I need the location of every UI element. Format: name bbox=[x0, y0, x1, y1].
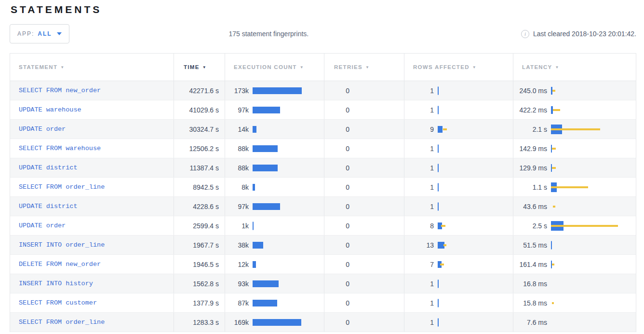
table-row: UPDATE district 11387.4 s 88k 0 1 129.9 … bbox=[10, 158, 636, 178]
retries-bar bbox=[353, 201, 404, 212]
latency-cell: 245.0 ms bbox=[513, 81, 636, 100]
latency-cell: 7.6 ms bbox=[513, 313, 636, 332]
mean-bar bbox=[438, 279, 439, 288]
latency-bar bbox=[551, 297, 636, 309]
stddev-bar bbox=[553, 206, 555, 208]
mean-bar bbox=[253, 184, 255, 191]
latency-bar bbox=[551, 220, 636, 232]
latency-bar bbox=[551, 239, 636, 251]
rows-affected-cell: 1 bbox=[404, 158, 513, 177]
execution-count-cell: 93k bbox=[225, 274, 324, 293]
retries-bar bbox=[353, 85, 404, 97]
execution-count-cell: 169k bbox=[225, 313, 324, 332]
latency-cell: 422.2 ms bbox=[513, 100, 636, 119]
execution-count-bar bbox=[253, 181, 324, 193]
mean-bar bbox=[438, 86, 439, 95]
statement-link[interactable]: INSERT INTO history bbox=[19, 280, 93, 287]
fingerprint-summary: 175 statement fingerprints. bbox=[43, 30, 495, 38]
statement-link[interactable]: INSERT INTO order_line bbox=[19, 241, 105, 249]
retries-cell: 0 bbox=[324, 255, 404, 274]
mean-bar bbox=[438, 183, 439, 191]
latency-cell: 161.4 ms bbox=[513, 255, 636, 274]
execution-count-bar bbox=[253, 85, 324, 97]
rows-affected-bar bbox=[438, 297, 513, 309]
stddev-bar bbox=[552, 167, 556, 169]
mean-bar bbox=[438, 299, 439, 307]
retries-cell: 0 bbox=[324, 236, 404, 254]
table-row: SELECT FROM order_line 8942.5 s 8k 0 1 1… bbox=[10, 178, 636, 197]
mean-bar bbox=[438, 318, 439, 326]
execution-count-bar bbox=[253, 297, 324, 309]
sort-arrow-icon: ▼ bbox=[555, 65, 560, 70]
retries-cell: 0 bbox=[324, 313, 404, 332]
rows-affected-bar bbox=[438, 104, 513, 116]
statement-link[interactable]: SELECT FROM new_order bbox=[19, 87, 101, 94]
execution-count-cell: 88k bbox=[225, 139, 324, 158]
column-header-time[interactable]: TIME ▼ bbox=[174, 54, 225, 81]
rows-affected-cell: 1 bbox=[404, 81, 513, 100]
time-cell: 1967.7 s bbox=[174, 236, 225, 254]
execution-count-cell: 38k bbox=[225, 236, 324, 254]
statement-link[interactable]: UPDATE warehouse bbox=[19, 106, 81, 113]
table-row: INSERT INTO order_line 1967.7 s 38k 0 13… bbox=[10, 236, 636, 255]
app-filter-label: APP: bbox=[17, 30, 34, 37]
rows-affected-bar bbox=[438, 259, 513, 270]
statement-link[interactable]: UPDATE district bbox=[19, 203, 78, 210]
latency-cell: 43.6 ms bbox=[513, 197, 636, 216]
stddev-bar bbox=[441, 225, 445, 227]
execution-count-bar bbox=[253, 162, 324, 174]
statement-link[interactable]: UPDATE order bbox=[19, 222, 66, 229]
statement-link[interactable]: UPDATE order bbox=[19, 125, 66, 133]
time-cell: 1946.5 s bbox=[174, 255, 225, 274]
stddev-bar bbox=[551, 186, 588, 188]
retries-cell: 0 bbox=[324, 120, 404, 139]
statement-link[interactable]: SELECT FROM customer bbox=[19, 299, 97, 306]
stddev-bar bbox=[553, 109, 560, 111]
column-header-latency[interactable]: LATENCY ▼ bbox=[513, 54, 636, 81]
mean-bar bbox=[438, 202, 439, 210]
statement-link[interactable]: SELECT FROM warehouse bbox=[19, 145, 101, 152]
statement-link[interactable]: SELECT FROM order_line bbox=[19, 319, 105, 326]
info-icon[interactable]: i bbox=[521, 30, 529, 38]
mean-bar bbox=[253, 280, 279, 287]
execution-count-cell: 173k bbox=[225, 81, 324, 100]
retries-bar bbox=[353, 220, 404, 232]
last-cleared-text: Last cleared 2018-10-23 20:01:42. bbox=[533, 30, 636, 38]
stddev-bar bbox=[551, 225, 618, 227]
rows-affected-bar bbox=[438, 220, 513, 232]
time-cell: 2599.4 s bbox=[174, 216, 225, 235]
mean-bar bbox=[438, 106, 439, 114]
rows-affected-cell: 8 bbox=[404, 216, 513, 235]
time-cell: 11387.4 s bbox=[174, 158, 225, 177]
execution-count-cell: 88k bbox=[225, 158, 324, 177]
time-cell: 41029.6 s bbox=[174, 100, 225, 119]
rows-affected-cell: 1 bbox=[404, 100, 513, 119]
rows-affected-cell: 1 bbox=[404, 139, 513, 158]
mean-bar bbox=[253, 203, 280, 210]
latency-bar bbox=[551, 143, 636, 154]
column-header-execution-count[interactable]: EXECUTION COUNT ▼ bbox=[225, 54, 324, 81]
mean-bar bbox=[253, 261, 256, 268]
latency-cell: 2.1 s bbox=[513, 120, 636, 139]
statement-link[interactable]: SELECT FROM order_line bbox=[19, 183, 105, 191]
statement-link[interactable]: DELETE FROM new_order bbox=[19, 261, 101, 268]
rows-affected-cell: 7 bbox=[404, 255, 513, 274]
mean-bar bbox=[253, 165, 278, 171]
execution-count-bar bbox=[253, 201, 324, 212]
execution-count-bar bbox=[253, 259, 324, 270]
retries-bar bbox=[353, 124, 404, 135]
stddev-bar bbox=[440, 264, 444, 265]
latency-bar bbox=[551, 104, 636, 116]
column-header-rows-affected[interactable]: ROWS AFFECTED ▼ bbox=[404, 54, 513, 81]
column-header-retries[interactable]: RETRIES ▼ bbox=[324, 54, 404, 81]
stddev-bar bbox=[552, 148, 556, 150]
stddev-bar bbox=[552, 264, 554, 265]
retries-bar bbox=[353, 104, 404, 116]
latency-bar bbox=[551, 124, 636, 135]
latency-bar bbox=[551, 181, 636, 193]
table-row: UPDATE order 2599.4 s 1k 0 8 2.5 s bbox=[10, 216, 636, 236]
latency-cell: 15.8 ms bbox=[513, 293, 636, 312]
retries-bar bbox=[353, 162, 404, 174]
statement-link[interactable]: UPDATE district bbox=[19, 164, 78, 171]
column-header-statement[interactable]: STATEMENT ▼ bbox=[10, 54, 174, 81]
